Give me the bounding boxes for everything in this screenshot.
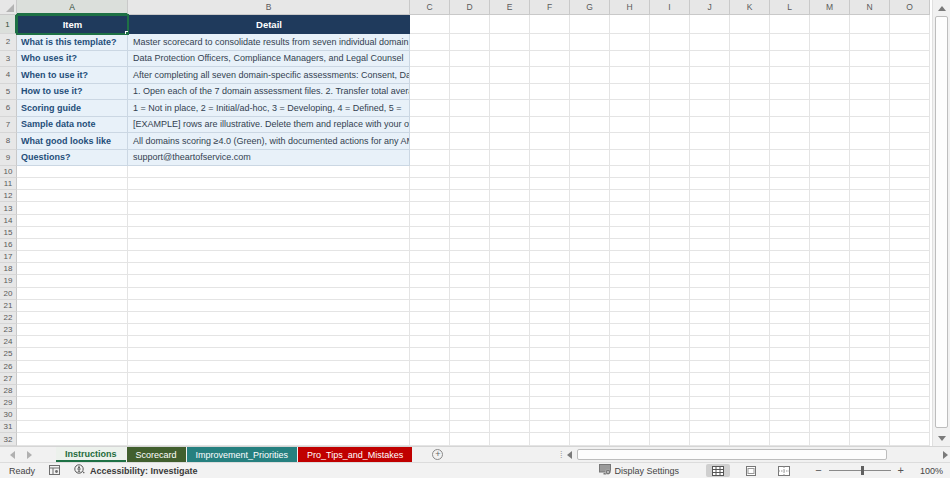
cell-D31[interactable] (450, 421, 490, 433)
cell-E18[interactable] (490, 263, 530, 275)
cell-N31[interactable] (850, 421, 890, 433)
cell-L30[interactable] (770, 409, 810, 421)
cell-I18[interactable] (650, 263, 690, 275)
cell-G8[interactable] (570, 133, 610, 150)
cell-G1[interactable] (570, 15, 610, 34)
row-header-12[interactable]: 12 (0, 190, 17, 202)
cell-M31[interactable] (810, 421, 850, 433)
cell-B25[interactable] (128, 348, 410, 360)
cell-D3[interactable] (450, 51, 490, 68)
cell-J11[interactable] (690, 178, 730, 190)
cell-I12[interactable] (650, 190, 690, 202)
cell-B14[interactable] (128, 215, 410, 227)
cell-A1-item-header[interactable]: Item (17, 15, 128, 34)
column-header-A[interactable]: A (17, 0, 128, 15)
cell-K24[interactable] (730, 336, 770, 348)
cell-F22[interactable] (530, 312, 570, 324)
cell-N21[interactable] (850, 300, 890, 312)
cell-C16[interactable] (410, 239, 450, 251)
cell-K7[interactable] (730, 117, 770, 134)
cell-L26[interactable] (770, 361, 810, 373)
cell-A10[interactable] (17, 166, 128, 178)
row-header-25[interactable]: 25 (0, 348, 17, 360)
cell-J3[interactable] (690, 51, 730, 68)
cell-D26[interactable] (450, 361, 490, 373)
cell-F23[interactable] (530, 324, 570, 336)
cell-N7[interactable] (850, 117, 890, 134)
cell-E31[interactable] (490, 421, 530, 433)
cell-N8[interactable] (850, 133, 890, 150)
cell-N12[interactable] (850, 190, 890, 202)
cell-A16[interactable] (17, 239, 128, 251)
cell-I17[interactable] (650, 251, 690, 263)
cell-G18[interactable] (570, 263, 610, 275)
cell-J32[interactable] (690, 433, 730, 445)
cell-D24[interactable] (450, 336, 490, 348)
cell-D6[interactable] (450, 100, 490, 117)
cell-B27[interactable] (128, 373, 410, 385)
cell-O18[interactable] (890, 263, 930, 275)
cell-G25[interactable] (570, 348, 610, 360)
sheet-tab-improvement-priorities[interactable]: Improvement_Priorities (187, 447, 298, 462)
sheet-tab-instructions[interactable]: Instructions (56, 447, 126, 462)
cell-C31[interactable] (410, 421, 450, 433)
cell-D8[interactable] (450, 133, 490, 150)
row-header-22[interactable]: 22 (0, 312, 17, 324)
cell-I6[interactable] (650, 100, 690, 117)
cell-A30[interactable] (17, 409, 128, 421)
cell-B4[interactable]: After completing all seven domain-specif… (128, 67, 410, 84)
cell-K27[interactable] (730, 373, 770, 385)
cell-D23[interactable] (450, 324, 490, 336)
cell-A19[interactable] (17, 275, 128, 287)
cell-O30[interactable] (890, 409, 930, 421)
column-header-K[interactable]: K (730, 0, 770, 15)
cell-D22[interactable] (450, 312, 490, 324)
cell-A14[interactable] (17, 215, 128, 227)
cell-O10[interactable] (890, 166, 930, 178)
cell-N6[interactable] (850, 100, 890, 117)
cell-K31[interactable] (730, 421, 770, 433)
cell-N29[interactable] (850, 397, 890, 409)
cell-K23[interactable] (730, 324, 770, 336)
zoom-level-button[interactable]: 100% (913, 466, 943, 476)
cell-E26[interactable] (490, 361, 530, 373)
cell-J16[interactable] (690, 239, 730, 251)
cell-G6[interactable] (570, 100, 610, 117)
cell-D4[interactable] (450, 67, 490, 84)
cell-G2[interactable] (570, 34, 610, 51)
cell-F16[interactable] (530, 239, 570, 251)
cell-M19[interactable] (810, 275, 850, 287)
cell-C2[interactable] (410, 34, 450, 51)
cell-J19[interactable] (690, 275, 730, 287)
cell-I13[interactable] (650, 202, 690, 214)
cell-D13[interactable] (450, 202, 490, 214)
cell-M3[interactable] (810, 51, 850, 68)
cell-K9[interactable] (730, 150, 770, 167)
cell-F17[interactable] (530, 251, 570, 263)
cell-E2[interactable] (490, 34, 530, 51)
cell-I16[interactable] (650, 239, 690, 251)
column-header-C[interactable]: C (410, 0, 450, 15)
column-header-B[interactable]: B (128, 0, 410, 15)
cell-G31[interactable] (570, 421, 610, 433)
cell-D9[interactable] (450, 150, 490, 167)
cell-I15[interactable] (650, 227, 690, 239)
cell-H30[interactable] (610, 409, 650, 421)
row-header-3[interactable]: 3 (0, 51, 17, 68)
cell-B12[interactable] (128, 190, 410, 202)
cell-C27[interactable] (410, 373, 450, 385)
cell-O16[interactable] (890, 239, 930, 251)
cell-G20[interactable] (570, 288, 610, 300)
cell-G14[interactable] (570, 215, 610, 227)
cell-I32[interactable] (650, 433, 690, 445)
cell-D11[interactable] (450, 178, 490, 190)
cell-B19[interactable] (128, 275, 410, 287)
cell-J26[interactable] (690, 361, 730, 373)
fill-handle[interactable] (125, 31, 128, 34)
column-header-I[interactable]: I (650, 0, 690, 15)
cell-B3[interactable]: Data Protection Officers, Compliance Man… (128, 51, 410, 68)
cell-A5[interactable]: How to use it? (17, 84, 128, 101)
cell-L17[interactable] (770, 251, 810, 263)
cell-J22[interactable] (690, 312, 730, 324)
row-header-19[interactable]: 19 (0, 275, 17, 287)
